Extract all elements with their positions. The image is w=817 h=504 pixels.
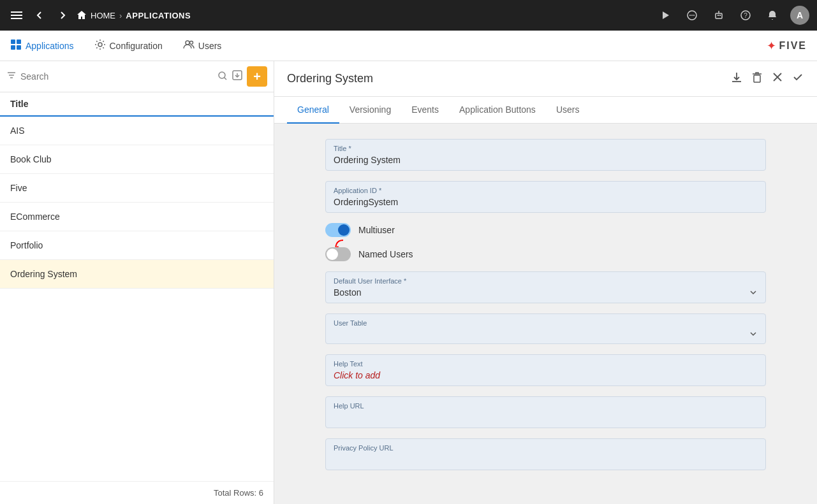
chat-icon[interactable]: [683, 6, 701, 24]
breadcrumb-sep: ›: [119, 11, 122, 20]
sidebar-list: AIS Book Club Five ECommerce Portfolio O…: [0, 117, 274, 481]
list-item-ecommerce[interactable]: ECommerce: [0, 203, 274, 231]
privacy-policy-input[interactable]: [334, 454, 758, 464]
five-logo: ✦ FIVE: [767, 39, 807, 53]
help-icon[interactable]: ?: [737, 6, 754, 24]
download-icon[interactable]: [730, 71, 743, 87]
list-item-orderingsystem[interactable]: Ordering System: [0, 260, 274, 289]
tab-users[interactable]: Users: [546, 97, 590, 124]
home-label[interactable]: HOME: [91, 11, 115, 20]
breadcrumb: HOME › APPLICATIONS: [77, 10, 191, 20]
list-item-ais[interactable]: AIS: [0, 117, 274, 145]
default-ui-label: Default User Interface *: [334, 277, 758, 285]
search-icon[interactable]: [217, 71, 228, 83]
named-users-row: Named Users: [325, 247, 766, 261]
svg-point-7: [693, 15, 695, 16]
user-table-label: User Table: [334, 319, 758, 327]
svg-rect-9: [718, 15, 719, 16]
svg-rect-16: [17, 40, 21, 44]
filter-icon[interactable]: [6, 70, 17, 83]
forward-icon[interactable]: [54, 6, 71, 24]
svg-point-12: [718, 11, 719, 12]
default-ui-dropdown[interactable]: Boston: [334, 287, 758, 298]
svg-rect-2: [11, 18, 22, 19]
list-item-bookclub[interactable]: Book Club: [0, 145, 274, 174]
play-icon[interactable]: [656, 6, 674, 24]
tab-applicationbuttons[interactable]: Application Buttons: [449, 97, 546, 124]
bell-icon[interactable]: [763, 6, 781, 24]
content-area: Ordering System General Versioning E: [274, 61, 817, 504]
svg-point-19: [98, 43, 102, 47]
default-ui-value: Boston: [334, 287, 362, 298]
user-table-field[interactable]: User Table: [325, 313, 766, 344]
svg-rect-18: [17, 45, 21, 50]
confirm-icon[interactable]: [791, 71, 804, 87]
top-nav-right: ? A: [656, 6, 809, 25]
help-url-input[interactable]: [334, 412, 758, 422]
breadcrumb-current: APPLICATIONS: [126, 11, 191, 20]
application-id-input[interactable]: [334, 197, 758, 207]
tab-events[interactable]: Events: [401, 97, 449, 124]
avatar[interactable]: A: [790, 6, 809, 25]
svg-point-5: [689, 15, 691, 16]
tab-versioning[interactable]: Versioning: [339, 97, 401, 124]
help-text-label: Help Text: [334, 360, 758, 368]
help-text-value[interactable]: Click to add: [334, 370, 758, 380]
named-users-label: Named Users: [358, 249, 413, 259]
back-icon[interactable]: [31, 6, 48, 24]
help-url-field[interactable]: Help URL: [325, 396, 766, 428]
privacy-policy-label: Privacy Policy URL: [334, 444, 758, 452]
sidebar-toolbar: +: [0, 61, 274, 92]
form-content: Title * Application ID * Multiuser: [274, 124, 817, 504]
sidebar-item-configuration[interactable]: Configuration: [94, 36, 163, 55]
default-ui-field[interactable]: Default User Interface * Boston: [325, 271, 766, 303]
svg-rect-0: [11, 11, 22, 13]
content-title: Ordering System: [287, 72, 730, 85]
main-layout: + Title AIS Book Club Five ECommerce Por…: [0, 61, 817, 504]
svg-rect-1: [11, 15, 22, 16]
content-header-actions: [730, 71, 804, 87]
sidebar-footer: Total Rows: 6: [0, 481, 274, 504]
default-ui-chevron: [749, 288, 758, 297]
search-input[interactable]: [20, 71, 214, 82]
title-field[interactable]: Title *: [325, 139, 766, 171]
multiuser-toggle-knob: [338, 224, 350, 236]
configuration-icon: [94, 39, 106, 53]
sidebar-list-header: Title: [0, 92, 274, 117]
robot-icon[interactable]: [710, 6, 728, 24]
user-table-dropdown[interactable]: [334, 329, 758, 338]
svg-rect-17: [11, 45, 15, 50]
menu-icon[interactable]: [8, 6, 26, 24]
tabs-bar: General Versioning Events Application Bu…: [274, 97, 817, 124]
named-users-toggle[interactable]: [325, 247, 351, 261]
title-field-label: Title *: [334, 145, 758, 152]
import-icon[interactable]: [232, 69, 243, 84]
delete-icon[interactable]: [751, 71, 763, 87]
add-button[interactable]: +: [247, 66, 267, 87]
sidebar-item-users[interactable]: Users: [183, 36, 222, 55]
svg-text:?: ?: [744, 12, 747, 19]
list-item-portfolio[interactable]: Portfolio: [0, 231, 274, 260]
multiuser-toggle[interactable]: [325, 223, 351, 237]
named-users-toggle-knob: [327, 248, 338, 260]
svg-marker-3: [663, 11, 669, 19]
svg-point-21: [189, 41, 193, 44]
list-item-five[interactable]: Five: [0, 174, 274, 203]
svg-point-20: [186, 41, 189, 45]
tab-general[interactable]: General: [287, 97, 339, 124]
sub-header: Applications Configuration Users ✦ FIVE: [0, 31, 817, 61]
help-text-field[interactable]: Help Text Click to add: [325, 354, 766, 386]
click-to-add-text[interactable]: Click to add: [334, 370, 380, 380]
svg-rect-15: [11, 40, 15, 44]
configuration-label: Configuration: [110, 41, 163, 51]
close-icon[interactable]: [771, 71, 784, 87]
privacy-policy-field[interactable]: Privacy Policy URL: [325, 438, 766, 470]
five-logo-star: ✦: [767, 39, 776, 53]
title-field-input[interactable]: [334, 155, 758, 165]
multiuser-row: Multiuser: [325, 223, 766, 237]
content-with-scroll: Title * Application ID * Multiuser: [274, 124, 817, 504]
top-nav: HOME › APPLICATIONS ? A: [0, 0, 817, 31]
content-header: Ordering System: [274, 61, 817, 97]
sidebar-item-applications[interactable]: Applications: [10, 36, 74, 55]
application-id-field[interactable]: Application ID *: [325, 181, 766, 213]
